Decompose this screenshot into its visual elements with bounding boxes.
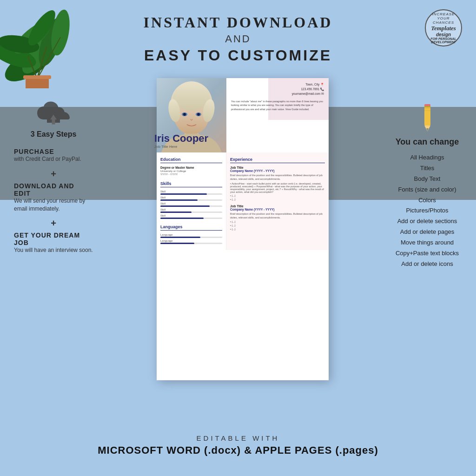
skill-bar-item: Skill — [160, 190, 222, 195]
skill-bar-fill — [160, 205, 210, 207]
skill-bar-fill — [160, 218, 204, 219]
change-list-item: Fonts (size and color) — [388, 186, 467, 194]
step3-title: GET YOUR DREAM JOB — [14, 231, 93, 246]
language-label: Language — [160, 239, 222, 242]
experience-item: Job Title Company Name (YYYY - YYYY) Bri… — [230, 205, 325, 231]
bullet-point: • {...} — [230, 194, 325, 197]
svg-rect-12 — [23, 75, 51, 79]
language-bar-bg — [160, 243, 222, 244]
resume-left-column: Education Degree or Master Name Universi… — [157, 152, 226, 250]
skill-bar-item: Skill — [160, 214, 222, 219]
bullet-point: • {...} — [230, 198, 325, 201]
resume-paper: Town, City 📍 123.456.7891 📞 yourname@mai… — [157, 78, 329, 380]
skill-bar-fill — [160, 199, 198, 201]
plus1: + — [14, 169, 93, 179]
resume-container: Town, City 📍 123.456.7891 📞 yourname@mai… — [102, 69, 383, 380]
footer-line1: EDITABLE WITH — [0, 434, 476, 442]
language-bar-bg — [160, 237, 222, 238]
degree: Degree or Master Name — [160, 166, 222, 169]
step3: GET YOUR DREAM JOB You will have an inte… — [14, 231, 93, 254]
resume-body: Education Degree or Master Name Universi… — [157, 152, 329, 250]
step3-desc: You will have an interview soon. — [14, 246, 93, 254]
change-list-item: Pictures/Photos — [388, 207, 467, 215]
right-panel: You can change All HeadingsTitlesBody Te… — [383, 69, 476, 280]
cloud-download-icon — [37, 101, 70, 125]
step2: DOWNLOAD AND EDIT We will send your resu… — [14, 182, 93, 213]
bullet-point: • Action/How - start each bullet point w… — [230, 182, 325, 193]
skills-title: Skills — [160, 181, 222, 187]
job-desc: Brief description of the position and th… — [230, 173, 325, 181]
footer-line2: MICROSOFT WORD (.docx) & APPLE PAGES (.p… — [0, 444, 476, 456]
step2-title: DOWNLOAD AND EDIT — [14, 182, 93, 197]
resume-jobtitle: Job Title Here — [154, 145, 231, 149]
pencil-icon-area — [388, 101, 467, 133]
skill-label: Skill — [160, 202, 222, 205]
svg-rect-25 — [424, 106, 430, 126]
skill-bar-fill — [160, 212, 192, 213]
skills-bars: Skill Skill Skill Skill Skill — [160, 190, 222, 219]
language-bar-fill — [160, 237, 200, 238]
skill-label: Skill — [160, 196, 222, 199]
language-label: Language — [160, 233, 222, 236]
change-list-item: Colors — [388, 197, 467, 205]
left-panel: 3 Easy Steps PURCHASE with Credit Card o… — [0, 69, 102, 269]
language-bars: Language Language — [160, 233, 222, 244]
steps-label: 3 Easy Steps — [14, 130, 93, 139]
skill-bar-bg — [160, 218, 222, 219]
bullet-point: • {...} — [230, 220, 325, 223]
change-list-item: Copy+Paste text blocks — [388, 250, 467, 258]
resume-right-column: Experience Job Title Company Name (YYYY … — [226, 152, 329, 250]
bullet-point: • {...} — [230, 228, 325, 231]
footer: EDITABLE WITH MICROSOFT WORD (.docx) & A… — [0, 427, 476, 476]
language-bar-fill — [160, 243, 194, 244]
skill-label: Skill — [160, 214, 222, 217]
change-list-item: All Headings — [388, 154, 467, 162]
plus2: + — [14, 218, 93, 229]
change-list-item: Add or delete icons — [388, 260, 467, 268]
experience-title: Experience — [230, 157, 325, 163]
skill-bar-bg — [160, 193, 222, 195]
education-title: Education — [160, 157, 222, 163]
resume-top: Town, City 📍 123.456.7891 📞 yourname@mai… — [157, 78, 329, 152]
change-list-item: Add or delete sections — [388, 218, 467, 225]
experience-item: Job Title Company Name (YYYY - YYYY) Bri… — [230, 166, 325, 201]
skill-bar-item: Skill — [160, 208, 222, 213]
step1-title: PURCHASE — [14, 148, 93, 155]
step2-desc: We will send your resume by email immedi… — [14, 197, 93, 213]
edu-years: YYYY - YYYY — [160, 173, 222, 176]
svg-rect-29 — [424, 106, 430, 107]
change-list-item: Titles — [388, 165, 467, 172]
pencil-icon — [417, 101, 438, 132]
contact-email: yourname@mail.com ✉ — [231, 92, 324, 96]
skills-section: Skills Skill Skill Skill Skill Skill — [160, 181, 222, 219]
skill-bar-bg — [160, 199, 222, 201]
job-desc: Brief description of the position and th… — [230, 212, 325, 220]
step1-desc: with Credit Card or PayPal. — [14, 155, 93, 163]
languages-section: Languages Language Language — [160, 225, 222, 244]
change-list-item: Add or delete pages — [388, 228, 467, 236]
contact-phone: 123.456.7891 📞 — [231, 87, 324, 91]
contact-city: Town, City 📍 — [231, 83, 324, 86]
change-list-item: Move things around — [388, 239, 467, 247]
resume-name: Iris Cooper — [154, 133, 231, 144]
languages-title: Languages — [160, 225, 222, 231]
language-bar-item: Language — [160, 239, 222, 244]
bullet-point: • {...} — [230, 224, 325, 227]
plant-decoration — [0, 0, 102, 88]
resume-name-area: Iris Cooper Job Title Here — [154, 133, 231, 149]
download-icon-area — [14, 101, 93, 126]
skill-bar-item: Skill — [160, 202, 222, 207]
you-can-change-label: You can change — [388, 137, 467, 147]
skill-label: Skill — [160, 208, 222, 211]
job-title: Job Title — [230, 205, 325, 208]
skill-label: Skill — [160, 190, 222, 193]
job-company: Company Name (YYYY - YYYY) — [230, 169, 325, 172]
step1: PURCHASE with Credit Card or PayPal. — [14, 148, 93, 163]
resume-contact: Town, City 📍 123.456.7891 📞 yourname@mai… — [231, 83, 324, 96]
job-company: Company Name (YYYY - YYYY) — [230, 208, 325, 211]
change-list-item: Body Text — [388, 175, 467, 183]
skill-bar-bg — [160, 212, 222, 213]
job-title: Job Title — [230, 166, 325, 169]
language-bar-item: Language — [160, 233, 222, 238]
resume-about: You can include "about me" in these para… — [231, 99, 324, 111]
